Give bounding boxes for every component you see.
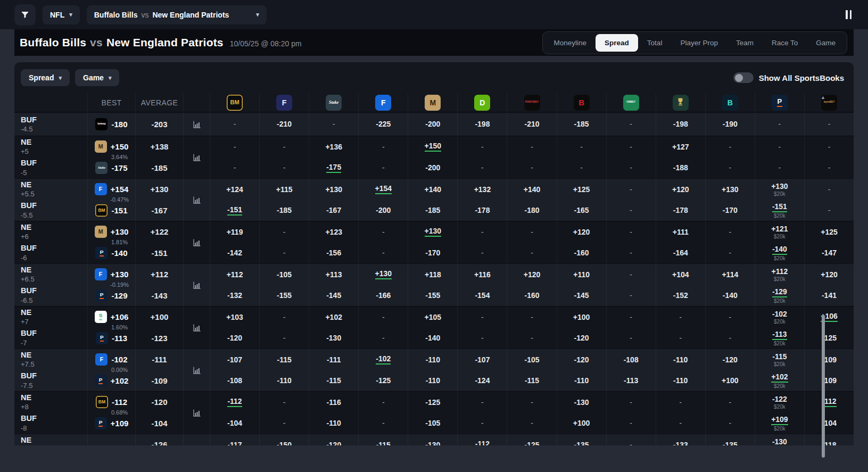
- odds-cell-unibet[interactable]: --: [607, 392, 656, 434]
- odds-cell-ballybet[interactable]: -135: [557, 434, 607, 445]
- odds-cell-bookmaker[interactable]: -117: [210, 434, 260, 445]
- best-odds-line[interactable]: BM-151: [95, 204, 127, 217]
- odds-cell-ballybet[interactable]: --: [557, 136, 607, 178]
- odds-cell-draftkings[interactable]: -107-124: [458, 349, 507, 391]
- odds-cell-pointsbet[interactable]: --: [507, 307, 557, 349]
- odds-cell-betr[interactable]: +130-170: [706, 179, 755, 221]
- best-odds-line[interactable]: betway-180: [95, 118, 127, 130]
- odds-cell-fliff[interactable]: --: [260, 392, 309, 434]
- scroll-up-icon[interactable]: ▲: [821, 95, 825, 100]
- odds-cell-wynnbet[interactable]: -118: [805, 434, 854, 445]
- odds-cell-caesars[interactable]: -198: [656, 113, 706, 136]
- history-chart-button[interactable]: [184, 307, 210, 349]
- odds-cell-draftkings[interactable]: -198: [458, 113, 507, 136]
- column-sportsbook-unibet[interactable]: UNIBET: [607, 93, 656, 112]
- odds-cell-betmgm[interactable]: +130-170: [408, 221, 458, 263]
- odds-cell-ballybet[interactable]: -185: [557, 113, 607, 136]
- column-sportsbook-ballybet[interactable]: B: [557, 93, 607, 112]
- odds-cell-draftkings[interactable]: -112: [458, 434, 507, 445]
- odds-cell-stake[interactable]: -111-115: [309, 349, 359, 391]
- odds-cell-stake[interactable]: -: [309, 113, 359, 136]
- odds-cell-betmgm[interactable]: -200: [408, 113, 458, 136]
- odds-cell-fanduel[interactable]: -102-125: [359, 349, 408, 391]
- best-odds-cell[interactable]: D-112-0.44%: [88, 434, 136, 445]
- history-chart-button[interactable]: [184, 221, 210, 263]
- best-odds-line[interactable]: P-140: [95, 247, 127, 259]
- odds-cell-betr[interactable]: -135: [706, 434, 755, 445]
- odds-cell-ballybet[interactable]: +100-120: [557, 307, 607, 349]
- odds-cell-unibet[interactable]: --: [607, 307, 656, 349]
- odds-cell-pinnacle[interactable]: +121$20k-140$20k: [755, 221, 805, 263]
- odds-cell-draftkings[interactable]: --: [458, 307, 507, 349]
- odds-cell-bookmaker[interactable]: +124-151: [210, 179, 260, 221]
- odds-cell-pinnacle[interactable]: +112$20k-129$20k: [755, 264, 805, 306]
- league-dropdown[interactable]: NFL ▾: [43, 5, 80, 24]
- odds-cell-fliff[interactable]: --: [260, 307, 309, 349]
- odds-cell-fliff[interactable]: -210: [260, 113, 309, 136]
- odds-cell-draftkings[interactable]: +132-178: [458, 179, 507, 221]
- odds-cell-pinnacle[interactable]: -115$20k+102$20k: [755, 349, 805, 391]
- odds-cell-betmgm[interactable]: -125-105: [408, 392, 458, 434]
- odds-cell-betr[interactable]: --: [706, 392, 755, 434]
- odds-cell-fanduel[interactable]: --: [359, 392, 408, 434]
- odds-cell-betmgm[interactable]: +105-140: [408, 307, 458, 349]
- odds-cell-wynnbet[interactable]: -109-109: [805, 349, 854, 391]
- odds-cell-pinnacle[interactable]: --: [755, 136, 805, 178]
- odds-cell-fliff[interactable]: --: [260, 221, 309, 263]
- tab-game[interactable]: Game: [807, 34, 845, 52]
- best-odds-line[interactable]: F+130: [95, 268, 129, 280]
- best-odds-line[interactable]: M+150: [95, 140, 129, 153]
- odds-cell-wynnbet[interactable]: -: [805, 113, 854, 136]
- odds-cell-pointsbet[interactable]: -105-115: [507, 349, 557, 391]
- odds-cell-fanduel[interactable]: --: [359, 136, 408, 178]
- odds-cell-stake[interactable]: +136-175: [309, 136, 359, 178]
- best-odds-line[interactable]: SNJ+106: [95, 311, 129, 323]
- best-odds-cell[interactable]: F-1020.00%P+102: [88, 349, 136, 391]
- odds-cell-bookmaker[interactable]: -107-108: [210, 349, 260, 391]
- odds-cell-ballybet[interactable]: -130+100: [557, 392, 607, 434]
- market-dropdown[interactable]: Spread ▾: [21, 69, 70, 86]
- best-odds-line[interactable]: P+102: [95, 375, 129, 387]
- odds-cell-stake[interactable]: -120: [309, 434, 359, 445]
- odds-cell-pinnacle[interactable]: -122$20k+109$20k: [755, 392, 805, 434]
- odds-cell-stake[interactable]: +102-130: [309, 307, 359, 349]
- odds-cell-wynnbet[interactable]: -112-104: [805, 392, 854, 434]
- column-sportsbook-caesars[interactable]: [656, 93, 706, 112]
- odds-cell-caesars[interactable]: +120-178: [656, 179, 706, 221]
- odds-cell-fliff[interactable]: -105-155: [260, 264, 309, 306]
- odds-cell-stake[interactable]: +123-156: [309, 221, 359, 263]
- column-sportsbook-pinnacle[interactable]: P: [755, 93, 805, 112]
- best-odds-line[interactable]: F+154: [95, 183, 129, 195]
- best-odds-line[interactable]: BM-112: [96, 396, 127, 408]
- odds-cell-pointsbet[interactable]: --: [507, 136, 557, 178]
- odds-cell-fanduel[interactable]: --: [359, 307, 408, 349]
- odds-cell-ballybet[interactable]: +125-165: [557, 179, 607, 221]
- scrollbar-thumb[interactable]: [822, 315, 825, 458]
- odds-cell-fliff[interactable]: -115-110: [260, 349, 309, 391]
- odds-cell-unibet[interactable]: --: [607, 136, 656, 178]
- odds-cell-ballybet[interactable]: +110-145: [557, 264, 607, 306]
- odds-cell-betmgm[interactable]: -130: [408, 434, 458, 445]
- column-sportsbook-fanduel[interactable]: F: [359, 93, 408, 112]
- odds-cell-pinnacle[interactable]: -102$20k-113$20k: [755, 307, 805, 349]
- odds-cell-stake[interactable]: +113-145: [309, 264, 359, 306]
- odds-cell-bookmaker[interactable]: -112-104: [210, 392, 260, 434]
- odds-cell-bookmaker[interactable]: +112-132: [210, 264, 260, 306]
- odds-cell-stake[interactable]: -116-110: [309, 392, 359, 434]
- odds-cell-fanduel[interactable]: -225: [359, 113, 408, 136]
- odds-cell-unibet[interactable]: -108-113: [607, 349, 656, 391]
- best-odds-line[interactable]: Stake-175: [95, 162, 127, 174]
- column-sportsbook-betmgm[interactable]: M: [408, 93, 458, 112]
- odds-cell-bookmaker[interactable]: -: [210, 113, 260, 136]
- odds-cell-fanduel[interactable]: --: [359, 221, 408, 263]
- odds-cell-betmgm[interactable]: +140-185: [408, 179, 458, 221]
- odds-cell-draftkings[interactable]: --: [458, 221, 507, 263]
- column-sportsbook-betr[interactable]: B: [706, 93, 755, 112]
- odds-cell-pointsbet[interactable]: -210: [507, 113, 557, 136]
- tab-spread[interactable]: Spread: [596, 34, 638, 52]
- odds-cell-unibet[interactable]: --: [607, 221, 656, 263]
- column-sportsbook-pointsbet[interactable]: POINTSBET: [507, 93, 557, 112]
- odds-cell-pinnacle[interactable]: -: [755, 113, 805, 136]
- odds-cell-fanduel[interactable]: -115: [359, 434, 408, 445]
- odds-cell-caesars[interactable]: -133: [656, 434, 706, 445]
